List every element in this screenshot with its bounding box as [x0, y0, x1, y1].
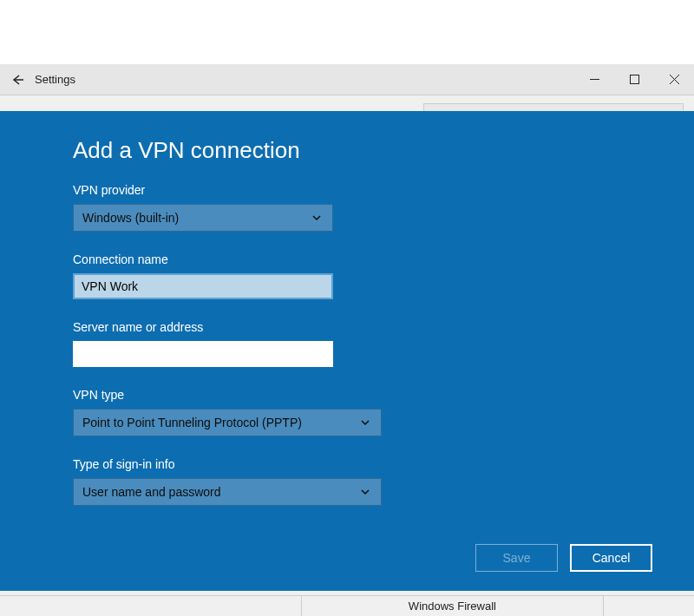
field-vpn-type: VPN type Point to Point Tunneling Protoc…: [73, 388, 621, 436]
title-bar: Settings: [0, 64, 694, 95]
field-signin: Type of sign-in info User name and passw…: [73, 457, 621, 506]
window-controls: [574, 64, 694, 95]
server-input[interactable]: [73, 341, 333, 367]
save-button[interactable]: Save: [475, 544, 558, 572]
vpn-provider-value: Windows (built-in): [82, 211, 179, 225]
field-server: Server name or address: [73, 320, 621, 367]
firewall-link[interactable]: Windows Firewall: [302, 596, 604, 616]
dialog-actions: Save Cancel: [475, 544, 652, 572]
cancel-button[interactable]: Cancel: [570, 544, 652, 572]
modal-title: Add a VPN connection: [73, 137, 621, 164]
back-button[interactable]: [0, 73, 35, 87]
chevron-down-icon: [360, 486, 372, 498]
minimize-button[interactable]: [574, 64, 614, 95]
vpn-type-label: VPN type: [73, 388, 621, 402]
vpn-type-value: Point to Point Tunneling Protocol (PPTP): [82, 416, 302, 429]
statusbar-left: [0, 596, 302, 616]
vpn-type-dropdown[interactable]: Point to Point Tunneling Protocol (PPTP): [73, 409, 382, 436]
vpn-provider-label: VPN provider: [73, 183, 621, 197]
server-label: Server name or address: [73, 320, 621, 334]
maximize-icon: [630, 75, 639, 84]
close-icon: [670, 75, 679, 84]
field-connection-name: Connection name: [73, 252, 621, 299]
connection-name-label: Connection name: [73, 252, 621, 266]
back-arrow-icon: [10, 73, 24, 87]
window-title: Settings: [35, 73, 75, 86]
signin-dropdown[interactable]: User name and password: [73, 478, 382, 506]
svg-rect-0: [630, 75, 638, 84]
signin-value: User name and password: [82, 485, 221, 499]
maximize-button[interactable]: [614, 64, 654, 95]
chevron-down-icon: [311, 212, 324, 224]
close-button[interactable]: [654, 64, 694, 95]
vpn-modal: Add a VPN connection VPN provider Window…: [0, 111, 694, 591]
minimize-icon: [590, 75, 599, 84]
statusbar-right: [604, 596, 694, 616]
field-vpn-provider: VPN provider Windows (built-in): [73, 183, 621, 232]
status-bar: Windows Firewall: [0, 595, 694, 616]
chevron-down-icon: [360, 416, 372, 429]
signin-label: Type of sign-in info: [73, 457, 621, 471]
vpn-provider-dropdown[interactable]: Windows (built-in): [73, 204, 333, 232]
connection-name-input[interactable]: [73, 273, 333, 299]
